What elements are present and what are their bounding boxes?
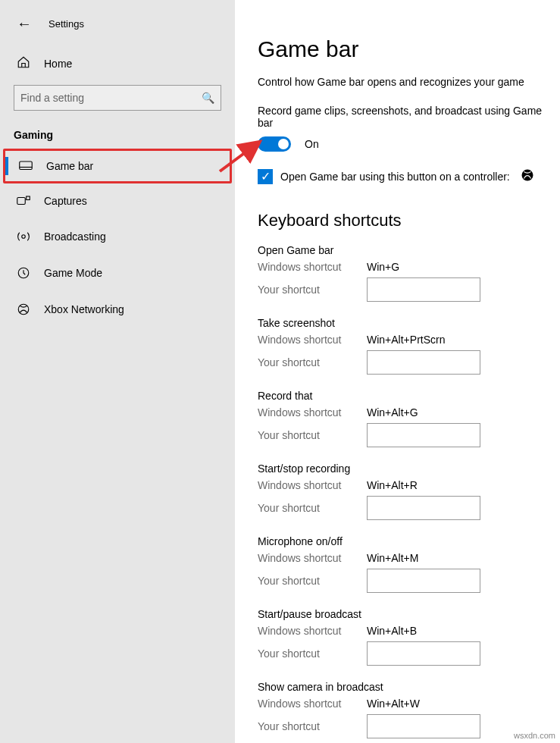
shortcut-block: Record thatWindows shortcutWin+Alt+GYour… xyxy=(258,390,560,447)
sidebar-item-label: Broadcasting xyxy=(44,230,106,243)
ws-label: Windows shortcut xyxy=(258,552,367,564)
sidebar: ← Settings Home Find a setting 🔍 Gaming … xyxy=(0,0,235,743)
windows-shortcut: Windows shortcutWin+G xyxy=(258,261,560,273)
ys-label: Your shortcut xyxy=(258,575,367,587)
your-shortcut-input[interactable] xyxy=(367,569,480,593)
shortcut-name: Microphone on/off xyxy=(258,535,560,547)
windows-shortcut: Windows shortcutWin+Alt+PrtScrn xyxy=(258,334,560,346)
title-bar: ← Settings xyxy=(0,15,235,46)
ws-label: Windows shortcut xyxy=(258,698,367,710)
your-shortcut-input[interactable] xyxy=(367,641,480,666)
controller-checkbox-row: ✓ Open Game bar using this button on a c… xyxy=(258,168,560,185)
shortcut-block: Microphone on/offWindows shortcutWin+Alt… xyxy=(258,535,560,593)
svg-rect-3 xyxy=(27,196,30,200)
sidebar-item-label: Xbox Networking xyxy=(44,303,124,315)
home-button[interactable]: Home xyxy=(0,46,235,80)
search-icon: 🔍 xyxy=(202,92,214,104)
shortcut-name: Start/pause broadcast xyxy=(258,608,560,620)
ws-label: Windows shortcut xyxy=(258,406,367,419)
sidebar-item-captures[interactable]: Captures xyxy=(0,183,235,218)
controller-label: Open Game bar using this button on a con… xyxy=(280,171,510,183)
svg-rect-0 xyxy=(20,161,33,170)
app-title: Settings xyxy=(48,18,84,30)
your-shortcut: Your shortcut xyxy=(258,277,560,302)
record-toggle-row: On xyxy=(258,136,560,152)
shortcut-name: Record that xyxy=(258,390,560,402)
your-shortcut-input[interactable] xyxy=(367,496,480,520)
shortcut-block: Take screenshotWindows shortcutWin+Alt+P… xyxy=(258,317,560,375)
captures-icon xyxy=(17,196,30,206)
sidebar-item-broadcasting[interactable]: Broadcasting xyxy=(0,218,235,255)
sidebar-item-label: Game bar xyxy=(46,160,93,172)
sidebar-item-game-bar[interactable]: Game bar xyxy=(3,149,232,183)
your-shortcut: Your shortcut xyxy=(258,641,560,666)
your-shortcut: Your shortcut xyxy=(258,423,560,447)
ys-label: Your shortcut xyxy=(258,284,367,296)
your-shortcut-input[interactable] xyxy=(367,277,480,302)
your-shortcut-input[interactable] xyxy=(367,423,480,447)
back-icon[interactable]: ← xyxy=(17,15,32,33)
section-title: Gaming xyxy=(0,124,235,149)
xbox-button-icon xyxy=(521,168,534,185)
your-shortcut-input[interactable] xyxy=(367,714,480,738)
ws-value: Win+Alt+PrtScrn xyxy=(367,334,445,346)
gamemode-icon xyxy=(17,266,30,280)
windows-shortcut: Windows shortcutWin+Alt+W xyxy=(258,698,560,710)
ws-label: Windows shortcut xyxy=(258,261,367,273)
shortcut-block: Start/stop recordingWindows shortcutWin+… xyxy=(258,462,560,520)
ws-value: Win+Alt+R xyxy=(367,479,418,491)
shortcuts-heading: Keyboard shortcuts xyxy=(258,211,560,230)
ys-label: Your shortcut xyxy=(258,502,367,514)
xbox-icon xyxy=(17,303,30,316)
sidebar-item-label: Captures xyxy=(44,195,87,207)
ws-value: Win+Alt+B xyxy=(367,625,417,637)
home-icon xyxy=(17,55,30,71)
windows-shortcut: Windows shortcutWin+Alt+G xyxy=(258,406,560,419)
broadcasting-icon xyxy=(17,230,30,243)
ws-label: Windows shortcut xyxy=(258,479,367,491)
ws-value: Win+Alt+W xyxy=(367,698,420,710)
main-panel: Game bar Control how Game bar opens and … xyxy=(235,0,560,743)
gamebar-icon xyxy=(19,161,33,171)
record-toggle-label: Record game clips, screenshots, and broa… xyxy=(258,105,560,129)
controller-checkbox[interactable]: ✓ xyxy=(258,169,273,184)
ys-label: Your shortcut xyxy=(258,429,367,441)
ws-value: Win+Alt+M xyxy=(367,552,418,564)
windows-shortcut: Windows shortcutWin+Alt+B xyxy=(258,625,560,637)
ws-value: Win+Alt+G xyxy=(367,406,418,419)
watermark: wsxdn.com xyxy=(514,731,555,740)
windows-shortcut: Windows shortcutWin+Alt+M xyxy=(258,552,560,564)
your-shortcut: Your shortcut xyxy=(258,350,560,375)
ws-value: Win+G xyxy=(367,261,399,273)
svg-rect-2 xyxy=(17,198,26,205)
sidebar-item-xbox-networking[interactable]: Xbox Networking xyxy=(0,291,235,328)
ws-label: Windows shortcut xyxy=(258,625,367,637)
home-label: Home xyxy=(44,58,72,70)
toggle-state: On xyxy=(305,138,319,150)
ys-label: Your shortcut xyxy=(258,356,367,368)
shortcut-block: Show camera in broadcastWindows shortcut… xyxy=(258,681,560,738)
shortcut-block: Start/pause broadcastWindows shortcutWin… xyxy=(258,608,560,666)
page-title: Game bar xyxy=(258,36,560,62)
sidebar-item-game-mode[interactable]: Game Mode xyxy=(0,255,235,291)
windows-shortcut: Windows shortcutWin+Alt+R xyxy=(258,479,560,491)
svg-point-6 xyxy=(18,304,29,315)
ws-label: Windows shortcut xyxy=(258,334,367,346)
sidebar-item-label: Game Mode xyxy=(44,267,102,279)
search-placeholder: Find a setting xyxy=(20,92,84,104)
your-shortcut: Your shortcut xyxy=(258,496,560,520)
svg-point-4 xyxy=(22,235,26,239)
shortcut-name: Show camera in broadcast xyxy=(258,681,560,693)
ys-label: Your shortcut xyxy=(258,720,367,732)
ys-label: Your shortcut xyxy=(258,647,367,660)
page-description: Control how Game bar opens and recognize… xyxy=(258,76,560,88)
your-shortcut: Your shortcut xyxy=(258,569,560,593)
search-input[interactable]: Find a setting 🔍 xyxy=(14,85,221,111)
shortcuts-list: Open Game barWindows shortcutWin+GYour s… xyxy=(258,244,560,738)
shortcut-block: Open Game barWindows shortcutWin+GYour s… xyxy=(258,244,560,302)
shortcut-name: Take screenshot xyxy=(258,317,560,329)
your-shortcut-input[interactable] xyxy=(367,350,480,375)
shortcut-name: Start/stop recording xyxy=(258,462,560,475)
record-toggle[interactable] xyxy=(258,136,291,152)
shortcut-name: Open Game bar xyxy=(258,244,560,256)
